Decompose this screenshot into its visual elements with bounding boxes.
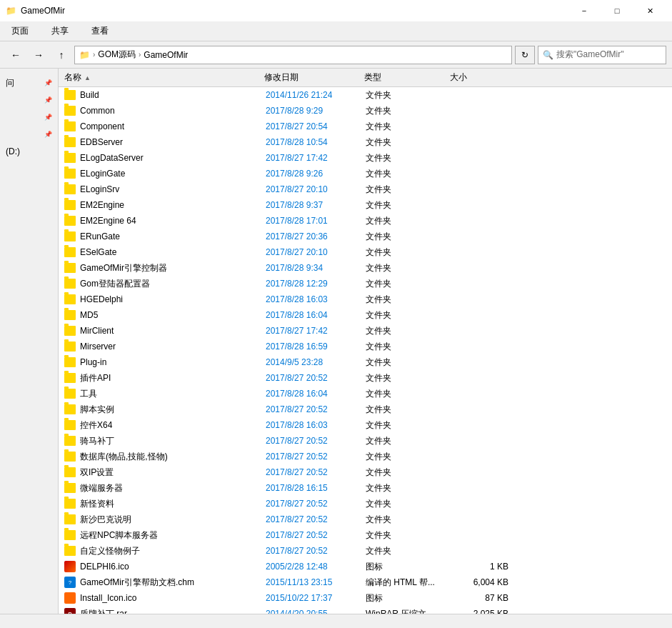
table-row[interactable]: 数据库(物品,技能,怪物) 2017/8/27 20:52 文件夹	[59, 449, 672, 464]
file-type: 文件夹	[366, 152, 451, 164]
file-date: 2017/8/27 20:52	[266, 546, 366, 556]
up-button[interactable]: ↑	[51, 45, 71, 65]
sidebar-item-3[interactable]: 📌	[0, 109, 58, 126]
pin-icon[interactable]: 📌	[44, 79, 52, 87]
search-box[interactable]: 🔍 搜索"GameOfMir"	[538, 46, 666, 64]
file-type: 文件夹	[366, 529, 451, 542]
chm-icon: ?	[64, 577, 76, 588]
col-header-type[interactable]: 类型	[364, 71, 450, 84]
col-header-name[interactable]: 名称 ▲	[64, 71, 264, 84]
file-type: 文件夹	[366, 545, 451, 557]
file-date: 2017/8/28 9:37	[266, 200, 366, 210]
path-icon: 📁	[79, 50, 90, 60]
file-name: 控件X64	[80, 419, 266, 432]
table-row[interactable]: ERunGate 2017/8/27 20:36 文件夹	[59, 229, 672, 244]
table-row[interactable]: R 盾牌补丁.rar 2014/4/20 20:55 WinRAR 压缩文...…	[59, 606, 672, 614]
window-icon: 📁	[6, 6, 16, 16]
close-button[interactable]: ✕	[633, 0, 666, 21]
address-bar: ← → ↑ 📁 › GOM源码 › GameOfMir ↻ 🔍 搜索"GameO…	[0, 41, 672, 69]
folder-icon	[64, 530, 76, 540]
table-row[interactable]: 插件API 2017/8/27 20:52 文件夹	[59, 370, 672, 386]
table-row[interactable]: 微端服务器 2017/8/28 16:15 文件夹	[59, 480, 672, 496]
table-row[interactable]: 远程NPC脚本服务器 2017/8/27 20:52 文件夹	[59, 527, 672, 543]
file-date: 2017/8/28 16:03	[266, 294, 366, 304]
file-name: ELoginGate	[80, 169, 266, 179]
table-row[interactable]: Component 2017/8/27 20:54 文件夹	[59, 119, 672, 134]
file-name: 脚本实例	[80, 404, 266, 416]
sidebar-pin-3[interactable]: 📌	[44, 113, 52, 121]
forward-button[interactable]: →	[29, 45, 49, 65]
file-name: 骑马补丁	[80, 435, 266, 447]
table-row[interactable]: MD5 2017/8/28 16:04 文件夹	[59, 307, 672, 323]
table-row[interactable]: ELoginSrv 2017/8/27 20:10 文件夹	[59, 181, 672, 197]
sidebar-item-2[interactable]: 📌	[0, 91, 58, 109]
sidebar-pin-2[interactable]: 📌	[44, 96, 52, 104]
file-name: Common	[80, 106, 266, 116]
table-row[interactable]: Build 2014/11/26 21:24 文件夹	[59, 87, 672, 103]
table-row[interactable]: 工具 2017/8/28 16:04 文件夹	[59, 386, 672, 402]
file-type: 文件夹	[366, 388, 451, 400]
path-part-current[interactable]: GameOfMir	[144, 50, 188, 60]
file-name: ELoginSrv	[80, 184, 266, 194]
sidebar-item-wen[interactable]: 问 📌	[0, 74, 58, 91]
file-type: 编译的 HTML 帮...	[366, 577, 451, 589]
refresh-button[interactable]: ↻	[515, 46, 535, 64]
table-row[interactable]: 控件X64 2017/8/28 16:03 文件夹	[59, 417, 672, 433]
file-date: 2005/2/28 12:48	[266, 562, 366, 572]
table-row[interactable]: Mirserver 2017/8/28 16:59 文件夹	[59, 339, 672, 354]
table-row[interactable]: 脚本实例 2017/8/27 20:52 文件夹	[59, 402, 672, 417]
table-row[interactable]: 骑马补丁 2017/8/27 20:52 文件夹	[59, 433, 672, 449]
address-path[interactable]: 📁 › GOM源码 › GameOfMir	[74, 46, 512, 64]
folder-icon	[64, 499, 76, 509]
ribbon-tab-view[interactable]: 查看	[86, 22, 114, 40]
table-row[interactable]: Common 2017/8/28 9:29 文件夹	[59, 103, 672, 119]
sidebar-item-d[interactable]: (D:)	[0, 143, 58, 160]
table-row[interactable]: 新沙巴克说明 2017/8/27 20:52 文件夹	[59, 512, 672, 527]
ribbon-tab-page[interactable]: 页面	[6, 22, 34, 40]
table-row[interactable]: 自定义怪物例子 2017/8/27 20:52 文件夹	[59, 543, 672, 559]
maximize-button[interactable]: □	[601, 0, 633, 21]
file-name: Gom登陆器配置器	[80, 278, 266, 290]
table-row[interactable]: EM2Engine 64 2017/8/28 17:01 文件夹	[59, 213, 672, 229]
folder-icon	[64, 467, 76, 477]
sidebar-pin-4[interactable]: 📌	[44, 130, 52, 139]
file-type: 文件夹	[366, 246, 451, 259]
ico-icon	[64, 592, 76, 604]
col-header-size[interactable]: 大小	[450, 71, 507, 84]
file-date: 2017/8/28 16:04	[266, 310, 366, 320]
sort-arrow-name: ▲	[84, 74, 91, 81]
file-date: 2017/8/28 10:54	[266, 137, 366, 147]
table-row[interactable]: ELoginGate 2017/8/28 9:26 文件夹	[59, 166, 672, 181]
table-row[interactable]: EDBServer 2017/8/28 10:54 文件夹	[59, 134, 672, 150]
table-row[interactable]: 双IP设置 2017/8/27 20:52 文件夹	[59, 464, 672, 480]
file-date: 2017/8/27 20:52	[266, 436, 366, 446]
sidebar-item-6[interactable]	[0, 160, 58, 177]
folder-icon	[64, 436, 76, 446]
table-row[interactable]: MirClient 2017/8/27 17:42 文件夹	[59, 323, 672, 339]
back-button[interactable]: ←	[6, 45, 26, 65]
file-name: GameOfMir引擎控制器	[80, 262, 266, 274]
ribbon-tab-share[interactable]: 共享	[46, 22, 74, 40]
file-type: 文件夹	[366, 262, 451, 274]
path-part-root[interactable]: GOM源码	[98, 49, 136, 61]
table-row[interactable]: 新怪资料 2017/8/27 20:52 文件夹	[59, 496, 672, 512]
file-type: 文件夹	[366, 278, 451, 290]
file-date: 2017/8/27 20:10	[266, 184, 366, 194]
table-row[interactable]: ESelGate 2017/8/27 20:10 文件夹	[59, 244, 672, 260]
file-name: ESelGate	[80, 247, 266, 257]
folder-icon	[64, 184, 76, 194]
window-title: GameOfMir	[21, 6, 65, 16]
table-row[interactable]: Gom登陆器配置器 2017/8/28 12:29 文件夹	[59, 276, 672, 291]
table-row[interactable]: EM2Engine 2017/8/28 9:37 文件夹	[59, 197, 672, 213]
file-date: 2015/10/22 17:37	[266, 593, 366, 603]
table-row[interactable]: GameOfMir引擎控制器 2017/8/28 9:34 文件夹	[59, 260, 672, 276]
table-row[interactable]: Plug-in 2014/9/5 23:28 文件夹	[59, 354, 672, 370]
table-row[interactable]: HGEDelphi 2017/8/28 16:03 文件夹	[59, 291, 672, 307]
sidebar-item-4[interactable]: 📌	[0, 126, 58, 143]
minimize-button[interactable]: −	[568, 0, 601, 21]
table-row[interactable]: ? GameOfMir引擎帮助文档.chm 2015/11/13 23:15 编…	[59, 574, 672, 590]
table-row[interactable]: DELPHI6.ico 2005/2/28 12:48 图标 1 KB	[59, 559, 672, 574]
table-row[interactable]: ELogDataServer 2017/8/27 17:42 文件夹	[59, 150, 672, 166]
col-header-date[interactable]: 修改日期	[264, 71, 364, 84]
table-row[interactable]: Install_Icon.ico 2015/10/22 17:37 图标 87 …	[59, 590, 672, 606]
